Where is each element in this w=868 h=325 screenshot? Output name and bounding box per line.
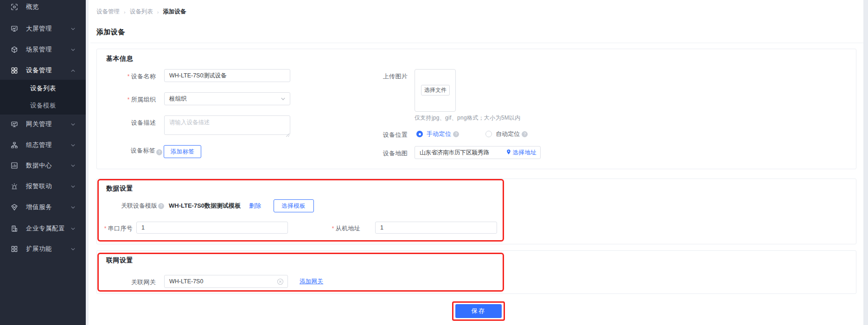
choose-file-button[interactable]: 选择文件 xyxy=(421,85,450,96)
organization-value: 根组织 xyxy=(169,95,187,103)
required-mark: * xyxy=(128,73,130,80)
location-radio-group: 手动定位 ? 自动定位 ? xyxy=(416,130,528,138)
manual-location-radio[interactable] xyxy=(416,131,423,137)
linked-template-label: 关联设备模版 xyxy=(121,202,157,210)
network-settings-title: 联网设置 xyxy=(106,256,133,265)
sidebar-item-label: 扩展功能 xyxy=(26,245,52,253)
sidebar-item-label: 概览 xyxy=(26,3,39,11)
value-service-icon xyxy=(11,204,18,211)
serial-port-label: *串口序号 xyxy=(97,224,133,233)
sidebar-item-label: 企业专属配置 xyxy=(26,224,65,233)
sidebar-item-gateway[interactable]: 网关管理 xyxy=(0,116,86,133)
device-name-input[interactable] xyxy=(164,69,290,82)
upload-image-label: 上传图片 xyxy=(350,72,408,81)
serial-port-input[interactable] xyxy=(136,222,288,234)
add-tag-button[interactable]: 添加标签 xyxy=(164,145,201,158)
location-pin-icon xyxy=(506,149,511,157)
data-center-icon xyxy=(11,162,18,169)
page-title: 添加设备 xyxy=(96,28,125,37)
header-divider xyxy=(90,43,863,43)
chevron-down-icon xyxy=(281,96,286,102)
required-mark: * xyxy=(128,96,130,103)
help-icon: ? xyxy=(158,203,164,209)
device-name-label: *设备名称 xyxy=(97,72,156,81)
scene-icon xyxy=(11,46,18,53)
device-description-textarea[interactable] xyxy=(164,115,290,135)
select-template-button[interactable]: 选择模板 xyxy=(274,199,314,212)
chevron-up-icon xyxy=(70,68,76,73)
delete-template-link[interactable]: 删除 xyxy=(249,202,262,210)
device-map-label: 设备地图 xyxy=(350,149,408,158)
sidebar: 概览 大屏管理 场景管理 设备管理 设备列表 设备模板 网关管理 组态管理 数据… xyxy=(0,0,86,325)
sidebar-item-scene[interactable]: 场景管理 xyxy=(0,41,86,58)
device-submenu: 设备列表 设备模板 xyxy=(0,80,86,115)
sidebar-item-bigscreen[interactable]: 大屏管理 xyxy=(0,20,86,37)
sidebar-item-label: 报警联动 xyxy=(26,182,52,191)
save-button[interactable]: 保存 xyxy=(455,304,502,318)
manual-location-option[interactable]: 手动定位 xyxy=(427,130,451,138)
breadcrumb: 设备管理 › 设备列表 › 添加设备 xyxy=(96,8,186,16)
sidebar-item-extension[interactable]: 扩展功能 xyxy=(0,241,86,257)
chevron-down-icon xyxy=(70,143,76,148)
device-map-input[interactable]: 山东省济南市历下区颖秀路 选择地址 xyxy=(415,146,541,159)
linked-gateway-input[interactable] xyxy=(164,275,288,288)
linked-template-row: 关联设备模版 ? WH-LTE-7S0数据测试模板 删除 选择模板 xyxy=(121,200,314,212)
breadcrumb-separator: › xyxy=(124,9,126,15)
chevron-down-icon xyxy=(70,163,76,168)
scrollbar-track[interactable] xyxy=(863,0,868,325)
upload-hint: 仅支持jpg、gif、png格式；大小为5M以内 xyxy=(415,114,521,122)
breadcrumb-device-list[interactable]: 设备列表 xyxy=(130,8,153,16)
sidebar-item-value-service[interactable]: 增值服务 xyxy=(0,199,86,216)
required-mark: * xyxy=(332,225,334,232)
sidebar-item-label: 大屏管理 xyxy=(26,25,52,33)
auto-location-option[interactable]: 自动定位 xyxy=(496,130,520,138)
sidebar-item-topology[interactable]: 组态管理 xyxy=(0,137,86,153)
slave-address-label: *从机地址 xyxy=(301,224,360,233)
sidebar-item-alarm[interactable]: 报警联动 xyxy=(0,178,86,195)
data-settings-title: 数据设置 xyxy=(106,185,133,193)
organization-select[interactable]: 根组织 xyxy=(164,92,290,105)
auto-location-radio[interactable] xyxy=(485,131,492,137)
sidebar-item-label: 网关管理 xyxy=(26,120,52,128)
clear-input-icon[interactable] xyxy=(277,278,284,285)
help-icon: ? xyxy=(156,149,162,155)
help-icon: ? xyxy=(453,131,459,137)
sidebar-item-label: 设备管理 xyxy=(26,66,52,75)
chevron-down-icon xyxy=(70,247,76,252)
enterprise-icon xyxy=(11,225,18,232)
sidebar-item-device-template[interactable]: 设备模板 xyxy=(0,97,86,114)
sidebar-item-overview[interactable]: 概览 xyxy=(0,0,86,15)
slave-address-input[interactable] xyxy=(375,222,497,234)
chevron-down-icon xyxy=(70,26,76,32)
topology-icon xyxy=(11,141,18,149)
chevron-down-icon xyxy=(70,205,76,210)
sidebar-item-label: 场景管理 xyxy=(26,45,52,54)
chevron-down-icon xyxy=(70,226,76,231)
required-mark: * xyxy=(104,225,107,232)
basic-info-title: 基本信息 xyxy=(106,55,133,63)
device-location-label: 设备位置 xyxy=(350,131,408,139)
alarm-icon xyxy=(11,183,18,190)
device-icon xyxy=(11,67,18,74)
sidebar-item-device[interactable]: 设备管理 xyxy=(0,62,86,79)
textarea-resize-handle[interactable] xyxy=(286,131,290,135)
screen-icon xyxy=(11,25,18,32)
sidebar-item-data-center[interactable]: 数据中心 xyxy=(0,157,86,174)
chevron-down-icon xyxy=(70,47,76,52)
sidebar-item-device-list[interactable]: 设备列表 xyxy=(0,80,86,97)
choose-address-link[interactable]: 选择地址 xyxy=(506,149,536,157)
breadcrumb-device-management[interactable]: 设备管理 xyxy=(96,8,120,16)
upload-image-dropzone[interactable]: 选择文件 xyxy=(415,69,456,112)
gateway-icon xyxy=(11,121,18,128)
sidebar-item-label: 组态管理 xyxy=(26,141,52,149)
breadcrumb-current: 添加设备 xyxy=(163,8,186,16)
add-gateway-link[interactable]: 添加网关 xyxy=(300,278,323,286)
sidebar-item-label: 增值服务 xyxy=(26,203,52,211)
overview-icon xyxy=(11,3,18,11)
chevron-down-icon xyxy=(70,184,76,189)
help-icon: ? xyxy=(522,131,528,137)
data-settings-card: 数据设置 关联设备模版 ? WH-LTE-7S0数据测试模板 删除 选择模板 *… xyxy=(96,178,856,244)
sidebar-item-enterprise-config[interactable]: 企业专属配置 xyxy=(0,220,86,237)
device-description-label: 设备描述 xyxy=(97,119,156,127)
organization-label: *所属组织 xyxy=(97,96,156,104)
